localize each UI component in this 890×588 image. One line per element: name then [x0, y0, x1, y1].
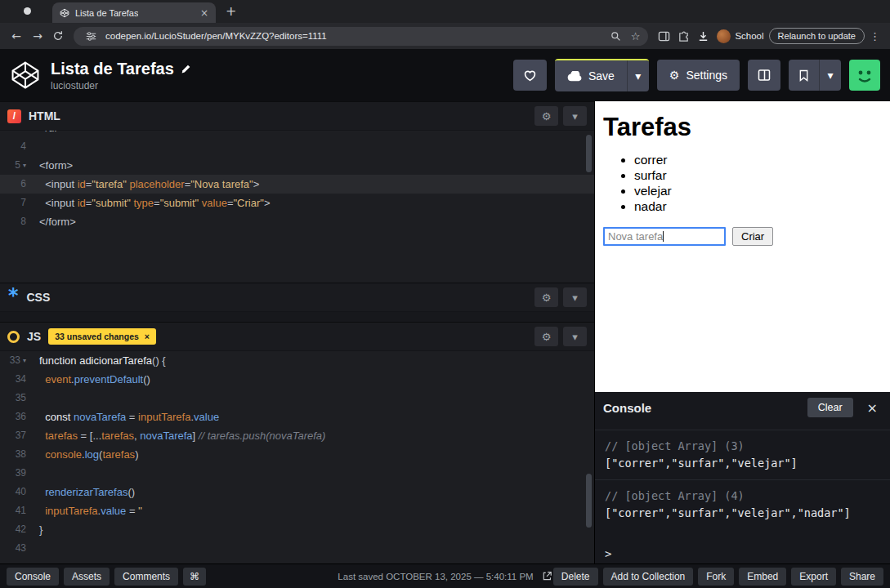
code-line[interactable]: 36 const novaTarefa = inputTarefa.value: [0, 408, 594, 426]
url-text[interactable]: codepen.io/LucioStuder/pen/MYKvZZQ?edito…: [105, 31, 602, 41]
save-button[interactable]: Save: [555, 60, 627, 91]
side-panel-icon[interactable]: [655, 27, 673, 45]
code-text[interactable]: function adicionarTarefa() {: [33, 351, 166, 370]
code-text[interactable]: tarefas = [...tarefas, novaTarefa] // ta…: [33, 426, 325, 445]
badge-close-icon[interactable]: ×: [145, 332, 150, 341]
code-line[interactable]: 39: [0, 464, 594, 483]
code-line[interactable]: 6 <input id="tarefa" placeholder="Nova t…: [0, 175, 594, 194]
html-code-area[interactable]: 3</ul>45▾<form>6 <input id="tarefa" plac…: [0, 131, 594, 283]
open-external-icon[interactable]: [542, 571, 552, 581]
code-text[interactable]: </ul>: [33, 131, 63, 137]
code-line[interactable]: 4: [0, 137, 594, 156]
footer-add-to-collection-button[interactable]: Add to Collection: [603, 568, 694, 586]
address-bar[interactable]: codepen.io/LucioStuder/pen/MYKvZZQ?edito…: [74, 27, 648, 46]
code-text[interactable]: inputTarefa.value = '': [33, 501, 142, 520]
console-close-icon[interactable]: ×: [863, 400, 882, 416]
codepen-logo[interactable]: [10, 60, 41, 91]
reload-icon[interactable]: [49, 27, 67, 45]
change-view-button[interactable]: [748, 60, 780, 91]
pen-author[interactable]: luciostuder: [51, 80, 191, 91]
code-text[interactable]: [33, 539, 39, 558]
code-text[interactable]: console.log(tarefas): [33, 445, 138, 464]
tab-close-icon[interactable]: ×: [200, 7, 208, 19]
like-button[interactable]: [513, 60, 547, 91]
create-task-button[interactable]: Criar: [732, 227, 773, 246]
extensions-puzzle-icon[interactable]: [674, 27, 692, 45]
code-token: tarefas: [102, 448, 135, 461]
code-line[interactable]: 43: [0, 539, 594, 558]
download-update-icon[interactable]: [694, 27, 712, 45]
relaunch-button[interactable]: Relaunch to update: [769, 28, 865, 44]
css-settings-gear-icon[interactable]: ⚙: [534, 287, 558, 307]
code-line[interactable]: 40 renderizarTarefas(): [0, 483, 594, 501]
user-avatar[interactable]: [849, 60, 880, 91]
code-text[interactable]: </form>: [33, 212, 76, 231]
new-task-input[interactable]: [603, 227, 726, 246]
fold-arrow-icon[interactable]: ▾: [23, 156, 26, 175]
code-line[interactable]: 42}: [0, 520, 594, 539]
footer-assets-button[interactable]: Assets: [64, 568, 110, 586]
site-settings-icon[interactable]: [82, 27, 100, 45]
html-editor-scrollbar[interactable]: [586, 135, 592, 172]
code-line[interactable]: 35: [0, 389, 594, 408]
code-line[interactable]: 38 console.log(tarefas): [0, 445, 594, 464]
code-token: (): [127, 486, 135, 498]
bookmark-dropdown-chevron[interactable]: ▾: [819, 60, 841, 91]
bookmark-star-icon[interactable]: ☆: [631, 30, 641, 42]
text-caret: [663, 231, 664, 242]
line-number: 3: [0, 131, 33, 137]
code-text[interactable]: [33, 137, 39, 156]
code-token: = [...: [78, 430, 101, 442]
browser-profile-chip[interactable]: School: [717, 29, 763, 43]
code-line[interactable]: 8</form>: [0, 212, 594, 231]
code-text[interactable]: <input id="submit" type="submit" value="…: [33, 194, 270, 212]
html-settings-gear-icon[interactable]: ⚙: [534, 106, 558, 126]
js-collapse-chevron-icon[interactable]: ▾: [563, 327, 587, 346]
settings-button[interactable]: ⚙ Settings: [657, 60, 740, 91]
code-text[interactable]: [33, 389, 39, 408]
browser-menu-kebab-icon[interactable]: ⋮: [866, 30, 883, 42]
code-line[interactable]: 5▾<form>: [0, 156, 594, 175]
css-editor-label: CSS: [26, 291, 50, 304]
forward-icon[interactable]: →: [28, 29, 47, 42]
css-collapse-chevron-icon[interactable]: ▾: [563, 287, 587, 307]
back-icon[interactable]: ←: [7, 29, 26, 42]
save-dropdown-chevron[interactable]: ▾: [627, 60, 649, 91]
code-text[interactable]: renderizarTarefas(): [33, 483, 135, 501]
bookmark-button[interactable]: [789, 60, 819, 91]
code-text[interactable]: <input id="tarefa" placeholder="Nova tar…: [33, 175, 259, 194]
keyboard-shortcuts-button[interactable]: ⌘: [183, 568, 206, 586]
footer-embed-button[interactable]: Embed: [739, 568, 786, 586]
edit-pencil-icon[interactable]: [181, 64, 191, 74]
footer-comments-button[interactable]: Comments: [114, 568, 178, 586]
code-text[interactable]: [33, 464, 39, 483]
footer-share-button[interactable]: Share: [841, 568, 883, 586]
js-settings-gear-icon[interactable]: ⚙: [534, 327, 558, 346]
zoom-icon[interactable]: [607, 27, 625, 45]
code-line[interactable]: 34 event.preventDefault(): [0, 370, 594, 389]
code-text[interactable]: }: [33, 520, 42, 539]
code-line[interactable]: 7 <input id="submit" type="submit" value…: [0, 194, 594, 212]
code-text[interactable]: const novaTarefa = inputTarefa.value: [33, 408, 219, 426]
code-text[interactable]: event.preventDefault(): [33, 370, 150, 389]
code-line[interactable]: 37 tarefas = [...tarefas, novaTarefa] //…: [0, 426, 594, 445]
console-clear-button[interactable]: Clear: [807, 398, 853, 417]
footer-export-button[interactable]: Export: [791, 568, 836, 586]
code-text[interactable]: <form>: [33, 156, 73, 175]
browser-tab[interactable]: Lista de Tarefas ×: [52, 2, 216, 23]
html-collapse-chevron-icon[interactable]: ▾: [563, 106, 587, 126]
js-code-area[interactable]: 33▾function adicionarTarefa() {34 event.…: [0, 351, 594, 564]
footer-fork-button[interactable]: Fork: [698, 568, 734, 586]
footer-center: Last saved OCTOBER 13, 2025 — 5:40:11 PM: [338, 571, 552, 581]
unsaved-changes-badge[interactable]: 33 unsaved changes ×: [48, 328, 156, 345]
new-tab-button[interactable]: +: [226, 3, 236, 19]
fold-arrow-icon[interactable]: ▾: [23, 351, 26, 370]
js-editor-scrollbar[interactable]: [586, 474, 592, 528]
code-token: placeholder: [127, 178, 185, 190]
code-line[interactable]: 3</ul>: [0, 131, 594, 137]
code-line[interactable]: 33▾function adicionarTarefa() {: [0, 351, 594, 370]
css-code-area[interactable]: [0, 312, 594, 322]
footer-console-button[interactable]: Console: [7, 568, 59, 586]
footer-delete-button[interactable]: Delete: [553, 568, 598, 586]
code-line[interactable]: 41 inputTarefa.value = '': [0, 501, 594, 520]
